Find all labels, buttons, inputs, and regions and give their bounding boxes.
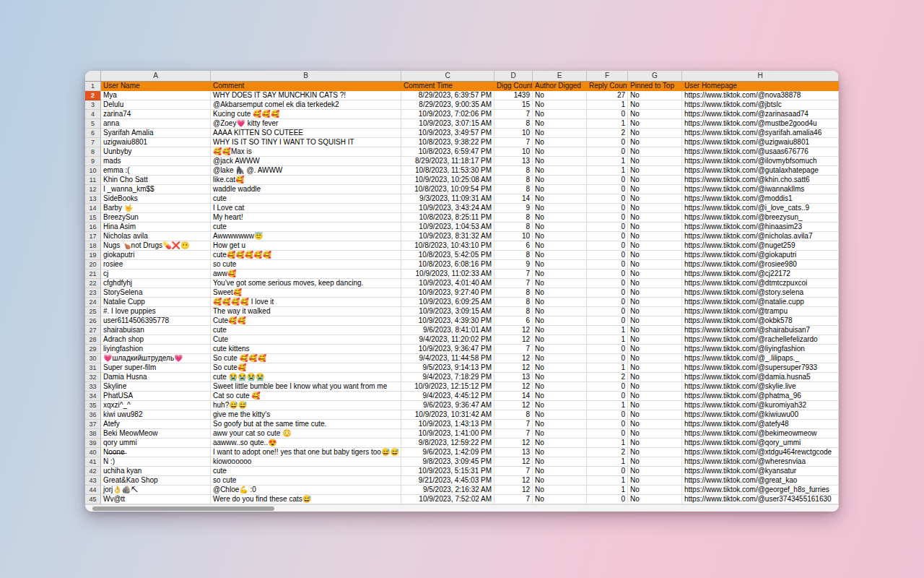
cell[interactable]: WHY DOES IT SAY MUNCHKIN CATS ?!	[211, 91, 401, 100]
row-number[interactable]: 4	[85, 110, 101, 119]
cell[interactable]: https://www.tiktok.com/@breezysun_	[682, 213, 839, 223]
cell[interactable]: 10/9/2023, 1:04:53 AM	[401, 223, 494, 232]
cell[interactable]: https://www.tiktok.com/@bekimeowmeow	[682, 429, 839, 439]
cell[interactable]: qory ummi	[101, 439, 211, 448]
cell[interactable]: 10/9/2023, 3:49:57 PM	[401, 129, 494, 138]
cell[interactable]: 7	[494, 138, 533, 147]
column-header-d[interactable]: D	[494, 71, 533, 81]
cell[interactable]: 10	[494, 147, 533, 157]
cell[interactable]: https://www.tiktok.com/@xtdgu464rewctgco…	[682, 448, 839, 457]
cell[interactable]: 10	[494, 129, 533, 138]
cell[interactable]: 10/8/2023, 6:59:47 PM	[401, 147, 494, 157]
cell[interactable]: BreezySun	[101, 213, 211, 223]
cell[interactable]: 0	[587, 251, 628, 260]
cell[interactable]: https://www.tiktok.com/@natalie.cupp	[682, 298, 839, 307]
cell[interactable]: zarina74	[101, 110, 211, 119]
cell[interactable]: https://www.tiktok.com/@rosiee980	[682, 260, 839, 269]
cell[interactable]: 6	[494, 316, 533, 326]
cell[interactable]: 12	[494, 335, 533, 345]
cell[interactable]: https://www.tiktok.com/@kuromiyah32	[682, 401, 839, 410]
cell[interactable]: 9/8/2023, 12:59:22 PM	[401, 439, 494, 448]
cell[interactable]: 7	[494, 110, 533, 119]
cell[interactable]: 0	[587, 204, 628, 213]
cell[interactable]: No	[533, 354, 587, 363]
row-number[interactable]: 32	[85, 373, 101, 382]
cell[interactable]: AAAA KITTEN SO CUTEEE	[211, 129, 401, 138]
cell[interactable]: No	[628, 138, 682, 147]
cell[interactable]: The way it walked	[211, 307, 401, 316]
cell[interactable]: https://www.tiktok.com/@great_kao	[682, 476, 839, 486]
cell[interactable]: No	[533, 204, 587, 213]
cell[interactable]: https://www.tiktok.com/@shairabuisan7	[682, 326, 839, 335]
column-header-b[interactable]: B	[211, 71, 401, 81]
cell[interactable]: 10/9/2023, 1:41:00 PM	[401, 429, 494, 439]
cell[interactable]: No	[628, 354, 682, 363]
row-number[interactable]: 26	[85, 316, 101, 326]
cell[interactable]: No	[533, 467, 587, 476]
cell[interactable]: 10/8/2023, 11:53:30 PM	[401, 166, 494, 176]
cell[interactable]: No	[533, 410, 587, 420]
cell[interactable]: StorySelena	[101, 288, 211, 298]
cell[interactable]: No	[533, 457, 587, 467]
cell[interactable]: uchiha kyan	[101, 467, 211, 476]
row-number[interactable]: 18	[85, 241, 101, 251]
cell[interactable]: No	[533, 166, 587, 176]
cell[interactable]: 8/29/2023, 11:18:17 PM	[401, 157, 494, 166]
cell[interactable]: No	[628, 476, 682, 486]
cell[interactable]: No	[628, 373, 682, 382]
cell[interactable]: 1	[587, 119, 628, 129]
cell[interactable]: 10/8/2023, 5:42:05 PM	[401, 251, 494, 260]
cell[interactable]: 9/4/2023, 7:18:29 PM	[401, 373, 494, 382]
row-number[interactable]: 39	[85, 439, 101, 448]
cell[interactable]: 0	[587, 194, 628, 204]
cell[interactable]: No	[533, 119, 587, 129]
row-number[interactable]: 19	[85, 251, 101, 260]
cell[interactable]: No	[533, 335, 587, 345]
cell[interactable]: No	[628, 119, 682, 129]
cell[interactable]: 0	[587, 316, 628, 326]
cell[interactable]: https://www.tiktok.com/@iwannakllms	[682, 185, 839, 194]
row-number[interactable]: 22	[85, 279, 101, 288]
cell[interactable]: https://www.tiktok.com/@dtmtczpuxcoi	[682, 279, 839, 288]
row-number[interactable]: 43	[85, 476, 101, 486]
cell[interactable]: No	[533, 495, 587, 504]
cell[interactable]: Kucing cute 🥰🥰🥰	[211, 110, 401, 119]
cell[interactable]: https://www.tiktok.com/@khin.cho.satt6	[682, 176, 839, 185]
cell[interactable]: 8	[494, 176, 533, 185]
cell[interactable]: 9/21/2023, 4:45:03 PM	[401, 476, 494, 486]
cell[interactable]: No	[533, 138, 587, 147]
cell[interactable]: https://www.tiktok.com/@damia.husna5	[682, 373, 839, 382]
row-number[interactable]: 33	[85, 382, 101, 392]
cell[interactable]: https://www.tiktok.com/@zarinasaad74	[682, 110, 839, 119]
cell[interactable]: 15	[494, 100, 533, 110]
cell[interactable]: No	[533, 100, 587, 110]
cell[interactable]: 10/9/2023, 7:52:02 AM	[401, 495, 494, 504]
cell[interactable]: 8	[494, 307, 533, 316]
cell[interactable]: 9/5/2023, 2:16:32 AM	[401, 486, 494, 495]
cell[interactable]: 1	[587, 326, 628, 335]
cell[interactable]: 14	[494, 392, 533, 401]
cell[interactable]: https://www.tiktok.com/@syarifah.amalia4…	[682, 129, 839, 138]
cell[interactable]: waddle waddle	[211, 185, 401, 194]
cell[interactable]: 9/6/2023, 1:42:09 PM	[401, 448, 494, 457]
cell[interactable]: 12	[494, 457, 533, 467]
cell[interactable]: No	[628, 495, 682, 504]
cell[interactable]: https://www.tiktok.com/@liyingfashion	[682, 345, 839, 354]
cell[interactable]: 13	[494, 448, 533, 457]
cell[interactable]: No	[533, 91, 587, 100]
cell[interactable]: 27	[587, 91, 628, 100]
cell[interactable]: No	[533, 382, 587, 392]
cell[interactable]: https://www.tiktok.com/@usaas676776	[682, 147, 839, 157]
cell[interactable]: shairabuisan	[101, 326, 211, 335]
cell[interactable]: No	[533, 429, 587, 439]
cell[interactable]: No	[628, 410, 682, 420]
cell[interactable]: 8	[494, 223, 533, 232]
cell[interactable]: 1	[587, 476, 628, 486]
cell[interactable]: No	[628, 194, 682, 204]
cell[interactable]: https://www.tiktok.com/@okbk578	[682, 316, 839, 326]
cell[interactable]: 10	[494, 232, 533, 241]
column-header-f[interactable]: F	[587, 71, 628, 81]
cell[interactable]: 1	[587, 157, 628, 166]
cell[interactable]: https://www.tiktok.com/@rachellefelizard…	[682, 335, 839, 345]
cell[interactable]: I want to adopt one!! yes that one but b…	[211, 448, 401, 457]
